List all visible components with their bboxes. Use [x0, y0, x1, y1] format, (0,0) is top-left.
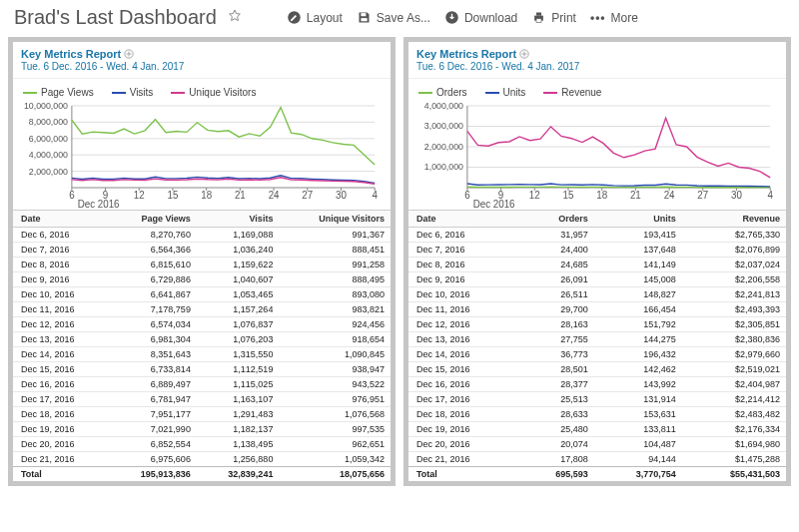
right-panel-header: Key Metrics Report Tue. 6 Dec. 2016 - We…	[408, 42, 786, 79]
svg-text:18: 18	[201, 190, 212, 201]
left-table: DatePage ViewsVisitsUnique Visitors Dec …	[13, 210, 391, 481]
column-header[interactable]: Units	[594, 211, 682, 228]
svg-text:2,000,000: 2,000,000	[424, 142, 463, 152]
table-row: Dec 19, 20167,021,9901,182,137997,535	[13, 422, 391, 437]
table-row: Dec 14, 201636,773196,432$2,979,660	[408, 347, 786, 362]
left-chart: 2,000,0004,000,0006,000,0008,000,00010,0…	[13, 100, 391, 210]
right-legend: Orders Units Revenue	[408, 79, 786, 100]
svg-text:Dec 2016: Dec 2016	[78, 199, 120, 210]
table-row: Dec 16, 20166,889,4971,115,025943,522	[13, 377, 391, 392]
svg-text:30: 30	[731, 190, 742, 201]
legend-item: Units	[485, 87, 526, 98]
svg-text:12: 12	[134, 190, 145, 201]
table-row: Dec 10, 20166,641,8671,053,465893,080	[13, 287, 391, 302]
legend-item: Unique Visitors	[171, 87, 256, 98]
table-row: Dec 20, 20166,852,5541,138,495962,651	[13, 437, 391, 452]
print-button[interactable]: Print	[527, 8, 580, 27]
table-row: Dec 17, 201625,513131,914$2,214,412	[408, 392, 786, 407]
svg-text:21: 21	[235, 190, 246, 201]
table-row: Dec 18, 201628,633153,631$2,483,482	[408, 407, 786, 422]
legend-item: Revenue	[543, 87, 601, 98]
swatch-icon	[418, 92, 432, 94]
svg-text:6: 6	[69, 190, 75, 201]
swatch-icon	[485, 92, 499, 94]
left-panel: Key Metrics Report Tue. 6 Dec. 2016 - We…	[8, 37, 396, 486]
table-row: Dec 15, 201628,501142,462$2,519,021	[408, 362, 786, 377]
table-row: Dec 21, 201617,80894,144$1,475,288	[408, 452, 786, 467]
layout-button[interactable]: Layout	[283, 8, 347, 27]
table-row: Dec 11, 201629,700166,454$2,493,393	[408, 302, 786, 317]
svg-text:12: 12	[529, 190, 540, 201]
table-row: Dec 8, 201624,685141,149$2,037,024	[408, 258, 786, 272]
column-header[interactable]: Date	[13, 211, 107, 228]
table-row: Dec 19, 201625,480133,811$2,176,334	[408, 422, 786, 437]
favorite-star-icon[interactable]	[227, 8, 243, 27]
svg-text:27: 27	[302, 190, 313, 201]
svg-rect-6	[536, 19, 541, 23]
table-row: Dec 18, 20167,951,1771,291,4831,076,568	[13, 407, 391, 422]
add-icon[interactable]	[519, 49, 529, 59]
right-report-title[interactable]: Key Metrics Report	[416, 48, 529, 60]
svg-rect-1	[361, 13, 366, 16]
column-header[interactable]: Unique Visitors	[279, 211, 391, 228]
column-header[interactable]: Date	[408, 211, 518, 228]
svg-text:10,000,000: 10,000,000	[24, 101, 68, 111]
svg-text:15: 15	[168, 190, 179, 201]
table-row: Dec 14, 20168,351,6431,315,5501,090,845	[13, 347, 391, 362]
table-row: Dec 10, 201626,511148,827$2,241,813	[408, 287, 786, 302]
table-row: Dec 11, 20167,178,7591,157,264983,821	[13, 302, 391, 317]
right-table: DateOrdersUnitsRevenue Dec 6, 201631,957…	[408, 210, 786, 481]
svg-text:30: 30	[336, 190, 347, 201]
column-header[interactable]: Revenue	[682, 211, 786, 228]
table-row: Dec 20, 201620,074104,487$1,694,980	[408, 437, 786, 452]
column-header[interactable]: Visits	[197, 211, 280, 228]
table-row: Dec 13, 201627,755144,275$2,380,836	[408, 332, 786, 347]
svg-text:1,000,000: 1,000,000	[424, 162, 463, 172]
svg-text:4,000,000: 4,000,000	[424, 101, 463, 111]
table-row: Dec 8, 20166,815,6101,159,622991,258	[13, 258, 391, 272]
right-panel: Key Metrics Report Tue. 6 Dec. 2016 - We…	[403, 37, 791, 486]
column-header[interactable]: Orders	[518, 211, 594, 228]
table-row: Dec 6, 20168,270,7601,169,088991,367	[13, 228, 391, 243]
table-row: Dec 16, 201628,377143,992$2,404,987	[408, 377, 786, 392]
swatch-icon	[171, 92, 185, 94]
svg-rect-5	[536, 13, 541, 16]
table-row: Dec 7, 201624,400137,648$2,076,899	[408, 243, 786, 258]
add-icon[interactable]	[124, 49, 134, 59]
svg-rect-2	[361, 18, 367, 21]
svg-text:3,000,000: 3,000,000	[424, 121, 463, 131]
legend-item: Page Views	[23, 87, 94, 98]
legend-item: Visits	[112, 87, 154, 98]
more-button[interactable]: ••• More	[586, 9, 642, 27]
left-report-title[interactable]: Key Metrics Report	[21, 48, 134, 60]
table-row: Dec 12, 201628,163151,792$2,305,851	[408, 317, 786, 332]
save-as-button[interactable]: Save As...	[353, 8, 434, 27]
svg-text:4,000,000: 4,000,000	[29, 150, 68, 160]
toolbar: Brad's Last Dashboard Layout Save As... …	[0, 0, 799, 37]
svg-text:18: 18	[596, 190, 607, 201]
right-chart: 1,000,0002,000,0003,000,0004,000,0006912…	[408, 100, 786, 210]
table-row: Dec 7, 20166,564,3661,036,240888,451	[13, 243, 391, 258]
table-row: Dec 6, 201631,957193,415$2,765,330	[408, 228, 786, 243]
svg-text:24: 24	[269, 190, 280, 201]
left-report-daterange: Tue. 6 Dec. 2016 - Wed. 4 Jan. 2017	[21, 61, 383, 72]
svg-text:4: 4	[767, 190, 773, 201]
table-row: Dec 17, 20166,781,9471,163,107976,951	[13, 392, 391, 407]
swatch-icon	[23, 92, 37, 94]
table-row: Dec 12, 20166,574,0341,076,837924,456	[13, 317, 391, 332]
svg-text:8,000,000: 8,000,000	[29, 117, 68, 127]
column-header[interactable]: Page Views	[107, 211, 197, 228]
swatch-icon	[112, 92, 126, 94]
table-row: Dec 13, 20166,981,3041,076,203918,654	[13, 332, 391, 347]
panels-row: Key Metrics Report Tue. 6 Dec. 2016 - We…	[0, 37, 799, 494]
svg-text:27: 27	[697, 190, 708, 201]
svg-text:4: 4	[372, 190, 378, 201]
left-legend: Page Views Visits Unique Visitors	[13, 79, 391, 100]
page-title: Brad's Last Dashboard	[14, 6, 217, 29]
svg-text:2,000,000: 2,000,000	[29, 167, 68, 177]
table-row: Dec 15, 20166,733,8141,112,519938,947	[13, 362, 391, 377]
legend-item: Orders	[418, 87, 467, 98]
svg-text:21: 21	[630, 190, 641, 201]
right-report-daterange: Tue. 6 Dec. 2016 - Wed. 4 Jan. 2017	[416, 61, 778, 72]
download-button[interactable]: Download	[440, 8, 521, 27]
